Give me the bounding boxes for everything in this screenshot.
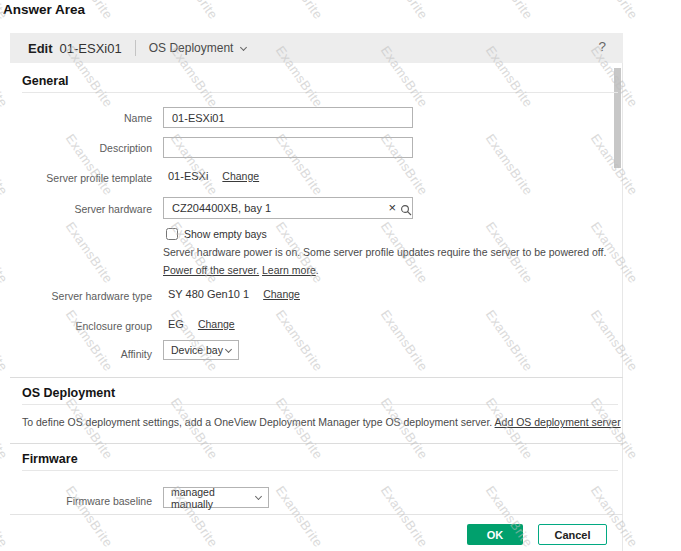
server-hardware-input[interactable] <box>163 197 413 219</box>
enclosure-group-change-link[interactable]: Change <box>198 318 235 330</box>
description-label: Description <box>22 142 152 154</box>
os-deployment-section-title: OS Deployment <box>22 386 115 400</box>
add-os-deployment-server-link[interactable]: Add OS deployment server <box>495 416 621 428</box>
edit-action-label: Edit <box>28 41 53 56</box>
firmware-baseline-value: managed manually <box>171 486 256 510</box>
name-input[interactable] <box>163 107 413 128</box>
description-input[interactable] <box>163 137 413 158</box>
server-profile-template-value: 01-ESXi <box>168 170 208 182</box>
hardware-type-change-link[interactable]: Change <box>263 288 300 300</box>
affinity-value: Device bay <box>171 344 223 356</box>
watermark-text: ExamsBrite <box>273 307 326 374</box>
firmware-baseline-select[interactable]: managed manually <box>163 487 269 508</box>
affinity-select[interactable]: Device bay <box>163 340 239 360</box>
enclosure-group-label: Enclosure group <box>22 320 152 332</box>
search-icon[interactable] <box>400 202 412 220</box>
general-section-rule <box>22 92 618 93</box>
header-divider <box>135 40 136 56</box>
server-hardware-type-label: Server hardware type <box>22 290 152 302</box>
watermark-text: ExamsBrite <box>588 307 641 374</box>
watermark-text: ExamsBrite <box>63 307 116 374</box>
help-icon[interactable]: ? <box>598 39 606 54</box>
firmware-baseline-label: Firmware baseline <box>22 495 152 507</box>
server-hardware-field: × <box>163 197 413 219</box>
firmware-section-rule <box>22 470 618 471</box>
watermark-text: ExamsBrite <box>0 395 11 462</box>
section-dropdown-label: OS Deployment <box>149 41 234 55</box>
watermark-text: ExamsBrite <box>483 131 536 198</box>
learn-more-link[interactable]: Learn more <box>262 264 316 276</box>
template-change-link[interactable]: Change <box>222 170 259 182</box>
server-profile-template-row: 01-ESXi Change <box>168 170 259 182</box>
firmware-section-title: Firmware <box>22 452 78 466</box>
card-right-border <box>622 63 623 551</box>
chevron-down-icon <box>225 345 232 352</box>
ok-button[interactable]: OK <box>467 524 523 545</box>
show-empty-bays-checkbox[interactable] <box>166 228 178 240</box>
section-dropdown[interactable]: OS Deployment <box>149 41 247 55</box>
name-label: Name <box>22 112 152 124</box>
footer-separator <box>10 514 623 515</box>
watermark-text: ExamsBrite <box>378 0 431 22</box>
cancel-button[interactable]: Cancel <box>538 524 607 545</box>
watermark-text: ExamsBrite <box>378 483 431 550</box>
show-empty-bays-label: Show empty bays <box>184 228 267 240</box>
watermark-text: ExamsBrite <box>0 483 11 550</box>
watermark-text: ExamsBrite <box>0 131 11 198</box>
power-notice-text: Server hardware power is on. Some server… <box>163 246 606 258</box>
scrollbar-thumb[interactable] <box>614 68 621 168</box>
watermark-text: ExamsBrite <box>0 219 11 286</box>
edit-profile-header: Edit 01-ESXi01 OS Deployment ? <box>10 33 623 63</box>
watermark-text: ExamsBrite <box>63 483 116 550</box>
watermark-text: ExamsBrite <box>378 395 431 462</box>
screenshot-root: Answer Area Edit 01-ESXi01 OS Deployment… <box>0 0 681 551</box>
enclosure-group-row: EG Change <box>168 318 235 330</box>
watermark-text: ExamsBrite <box>483 307 536 374</box>
watermark-text: ExamsBrite <box>273 483 326 550</box>
learn-more-period: . <box>316 264 319 276</box>
watermark-text: ExamsBrite <box>168 395 221 462</box>
server-profile-template-label: Server profile template <box>22 172 152 184</box>
os-deployment-section-rule <box>22 404 618 405</box>
chevron-down-icon <box>240 43 247 50</box>
os-deployment-separator <box>10 377 623 378</box>
server-hardware-type-row: SY 480 Gen10 1 Change <box>168 288 300 300</box>
os-deployment-description: To define OS deployment settings, add a … <box>22 416 621 428</box>
enclosure-group-value: EG <box>168 318 184 330</box>
watermark-text: ExamsBrite <box>0 307 11 374</box>
profile-name: 01-ESXi01 <box>60 41 122 56</box>
watermark-text: ExamsBrite <box>63 219 116 286</box>
watermark-text: ExamsBrite <box>588 395 641 462</box>
watermark-text: ExamsBrite <box>378 307 431 374</box>
affinity-label: Affinity <box>22 348 152 360</box>
watermark-text: ExamsBrite <box>483 395 536 462</box>
general-section-title: General <box>22 74 69 88</box>
firmware-separator <box>10 443 623 444</box>
power-notice: Server hardware power is on. Some server… <box>163 243 621 279</box>
watermark-text: ExamsBrite <box>483 0 536 22</box>
os-deployment-description-text: To define OS deployment settings, add a … <box>22 416 492 428</box>
server-hardware-label: Server hardware <box>22 203 152 215</box>
page-title: Answer Area <box>3 2 85 17</box>
clear-icon[interactable]: × <box>388 198 396 218</box>
watermark-text: ExamsBrite <box>588 0 641 22</box>
watermark-text: ExamsBrite <box>273 395 326 462</box>
power-off-link[interactable]: Power off the server. <box>163 264 259 276</box>
watermark-text: ExamsBrite <box>168 0 221 22</box>
server-hardware-type-value: SY 480 Gen10 1 <box>168 288 249 300</box>
watermark-text: ExamsBrite <box>273 0 326 22</box>
